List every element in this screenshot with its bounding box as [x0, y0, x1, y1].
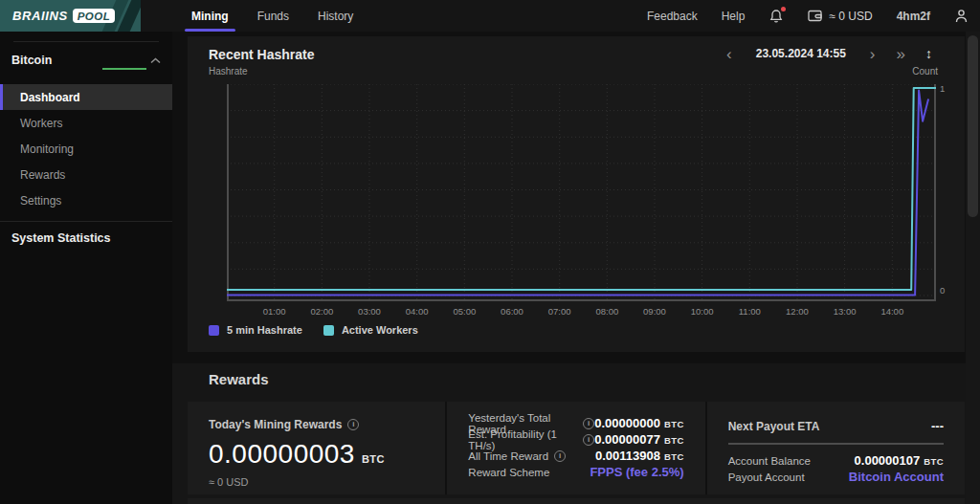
x-axis-tick: 04:00 [406, 306, 429, 317]
reward-stat-unit: BTC [664, 451, 684, 462]
x-axis-tick: 09:00 [643, 306, 666, 317]
x-axis-ticks: 01:0002:0003:0004:0005:0006:0007:0008:00… [227, 306, 936, 319]
x-axis-tick: 12:00 [786, 306, 809, 317]
info-icon[interactable]: i [347, 419, 359, 430]
chart-legend: 5 min HashrateActive Workers [209, 324, 418, 336]
scrollbar-track[interactable] [966, 32, 980, 504]
legend-item-5-min-hashrate[interactable]: 5 min Hashrate [209, 324, 302, 336]
chevron-right-icon[interactable]: › [867, 46, 879, 62]
recent-hashrate-card: Recent Hashrate ‹ 23.05.2024 14:55 › » ↕… [188, 36, 965, 352]
sidebar-item-monitoring[interactable]: Monitoring [0, 136, 172, 162]
legend-item-active-workers[interactable]: Active Workers [323, 324, 418, 336]
scrollbar-thumb[interactable] [968, 35, 978, 217]
x-axis-tick: 11:00 [739, 306, 761, 317]
tab-mining[interactable]: Mining [191, 0, 229, 32]
reward-stat-unit: BTC [664, 419, 684, 429]
hashrate-plot[interactable] [227, 84, 936, 304]
sidebar-item-workers[interactable]: Workers [0, 110, 172, 136]
todays-rewards-value: 0.00000003 [209, 439, 355, 470]
x-axis-tick: 10:00 [691, 306, 714, 317]
y-axis-right-tick: 1 [940, 83, 945, 94]
x-axis-tick: 08:00 [595, 306, 618, 317]
reward-stat-label: All Time Rewardi [468, 450, 566, 462]
info-icon[interactable]: i [554, 450, 566, 462]
todays-rewards-label: Today's Mining Rewards [209, 418, 342, 431]
legend-label: Active Workers [342, 324, 418, 336]
main-nav-tabs: Mining Funds History [191, 0, 353, 32]
resize-vertical-icon[interactable]: ↕ [924, 46, 934, 61]
x-axis-tick: 07:00 [548, 306, 571, 317]
next-payout-eta-label: Next Payout ETA [728, 420, 820, 433]
chart-title: Recent Hashrate [209, 47, 315, 62]
rewards-cards: Today's Mining Rewards i 0.00000003 BTC … [188, 402, 965, 494]
wallet-icon [808, 10, 824, 22]
reward-stat-label: Est. Profitability (1 TH/s)i [468, 428, 594, 451]
todays-rewards-fiat: ≈ 0 USD [209, 476, 424, 488]
legend-swatch [323, 325, 334, 336]
payout-account-link[interactable]: Bitcoin Account [849, 470, 944, 484]
reward-stat-value: 0.00113908BTC [595, 449, 684, 463]
sidebar-item-system-statistics[interactable]: System Statistics [0, 224, 172, 252]
brand-name: BRAIINS [12, 9, 68, 23]
chart-date[interactable]: 23.05.2024 14:55 [750, 47, 852, 60]
coin-status-line [102, 68, 146, 70]
y-axis-right-title: Count [912, 66, 938, 77]
notification-dot [781, 7, 786, 11]
x-axis-tick: 06:00 [501, 306, 523, 317]
reward-stat-unit: BTC [664, 435, 684, 446]
next-card-partial [188, 498, 965, 504]
app: BRAIINS POOL Mining Funds History Feedba… [0, 0, 980, 504]
chevron-left-icon[interactable]: ‹ [724, 46, 735, 62]
chart-date-navigation: ‹ 23.05.2024 14:55 › » ↕ [724, 42, 934, 65]
y-axis-right-tick: 0 [940, 285, 945, 296]
x-axis-tick: 01:00 [263, 306, 286, 317]
reward-stat-label: Reward Scheme [468, 467, 549, 478]
account-id[interactable]: 4hm2f [897, 10, 930, 23]
legend-label: 5 min Hashrate [227, 324, 302, 336]
user-profile-icon[interactable] [954, 9, 969, 24]
topbar: BRAIINS POOL Mining Funds History Feedba… [0, 0, 980, 32]
reward-stat-value: 0.00000000BTC [594, 416, 683, 430]
reward-stat-row: Est. Profitability (1 TH/s)i0.00000077BT… [468, 431, 683, 448]
reward-stat-value: 0.00000077BTC [594, 432, 683, 447]
x-axis-tick: 05:00 [453, 306, 476, 317]
brand-logo[interactable]: BRAIINS POOL [0, 0, 141, 32]
coin-selector[interactable]: Bitcoin [0, 42, 172, 78]
payout-divider [728, 443, 944, 445]
account-balance-unit: BTC [924, 456, 944, 467]
wallet-balance: ≈ 0 USD [829, 10, 872, 23]
account-balance-value: 0.00000107 [855, 453, 921, 468]
rewards-section: Rewards Today's Mining Rewards i 0.00000… [172, 363, 966, 504]
todays-rewards-card: Today's Mining Rewards i 0.00000003 BTC … [188, 402, 445, 494]
y-axis-left-title: Hashrate [209, 66, 248, 77]
x-axis-tick: 03:00 [358, 306, 381, 317]
reward-scheme-link[interactable]: FPPS (fee 2.5%) [590, 465, 683, 479]
coin-label: Bitcoin [11, 54, 52, 67]
account-balance-label: Account Balance [728, 455, 811, 467]
legend-swatch [209, 325, 219, 336]
next-payout-eta-value: --- [931, 419, 944, 433]
sidebar-item-dashboard[interactable]: Dashboard [0, 84, 172, 110]
rewards-heading: Rewards [209, 371, 269, 387]
reward-stat-row: Reward SchemeFPPS (fee 2.5%) [468, 464, 683, 480]
sidebar-item-settings[interactable]: Settings [0, 187, 172, 213]
info-icon[interactable]: i [583, 434, 594, 446]
notifications-bell-icon[interactable] [768, 9, 784, 24]
x-axis-tick: 14:00 [880, 306, 903, 317]
topbar-right: Feedback Help ≈ 0 USD 4hm2f [647, 0, 969, 32]
wallet-balance-chip[interactable]: ≈ 0 USD [808, 10, 872, 23]
sidebar-item-rewards[interactable]: Rewards [0, 162, 172, 187]
payout-account-label: Payout Account [728, 471, 805, 483]
sidebar-divider [0, 221, 172, 222]
brand-product-badge: POOL [73, 9, 116, 23]
tab-history[interactable]: History [318, 0, 353, 32]
x-axis-tick: 13:00 [834, 306, 857, 317]
help-link[interactable]: Help [722, 10, 746, 23]
feedback-link[interactable]: Feedback [647, 10, 698, 23]
double-chevron-right-icon[interactable]: » [894, 46, 908, 62]
sidebar: Bitcoin DashboardWorkersMonitoringReward… [0, 32, 172, 504]
todays-rewards-unit: BTC [362, 453, 385, 465]
reward-stats-card: Yesterday's Total Rewardi0.00000000BTCEs… [445, 402, 704, 494]
tab-funds[interactable]: Funds [257, 0, 289, 32]
x-axis-tick: 02:00 [310, 306, 333, 317]
